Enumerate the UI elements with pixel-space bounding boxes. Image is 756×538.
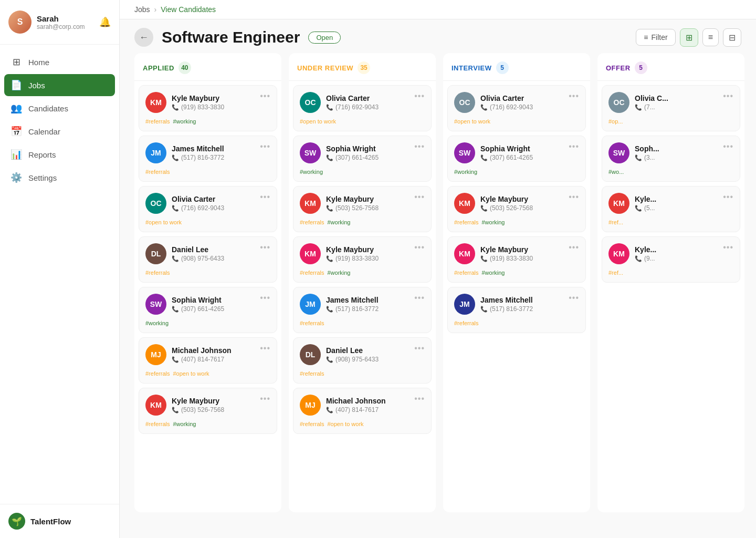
- sidebar-item-calendar[interactable]: 📅 Calendar: [4, 120, 115, 142]
- candidate-card[interactable]: KMKyle Maybury📞(919) 833-3830•••#referra…: [139, 85, 277, 131]
- avatar: KM: [300, 243, 321, 264]
- avatar: JM: [300, 294, 321, 315]
- candidate-card[interactable]: MJMichael Johnson📞(407) 814-7617•••#refe…: [139, 337, 277, 384]
- candidate-name: Sophia Wright: [172, 296, 224, 304]
- phone-icon: 📞: [480, 104, 488, 111]
- more-options-button[interactable]: •••: [260, 142, 270, 151]
- more-options-button[interactable]: •••: [723, 193, 733, 201]
- breadcrumb-jobs[interactable]: Jobs: [134, 5, 150, 14]
- candidate-card[interactable]: MJMichael Johnson📞(407) 814-7617•••#refe…: [293, 388, 432, 434]
- candidate-card[interactable]: OCOlivia Carter📞(716) 692-9043•••#open t…: [139, 186, 277, 232]
- column-review: UNDER REVIEW35OCOlivia Carter📞(716) 692-…: [289, 53, 436, 512]
- candidate-card[interactable]: JMJames Mitchell📞(517) 816-3772•••#refer…: [293, 287, 432, 333]
- phone-icon: 📞: [326, 205, 333, 212]
- candidate-name: Kyle Maybury: [480, 195, 533, 203]
- tag: #working: [454, 168, 477, 176]
- column-header-interview: INTERVIEW5: [443, 53, 590, 81]
- phone-icon: 📞: [172, 255, 179, 262]
- phone-icon: 📞: [326, 306, 333, 313]
- more-options-button[interactable]: •••: [723, 142, 733, 151]
- sidebar-item-settings[interactable]: ⚙️ Settings: [4, 167, 115, 189]
- more-options-button[interactable]: •••: [414, 344, 425, 353]
- tag: #referrals: [145, 168, 170, 176]
- candidate-card[interactable]: KMKyle Maybury📞(919) 833-3830•••#referra…: [293, 236, 432, 283]
- candidate-card[interactable]: SWSophia Wright📞(307) 661-4265•••#workin…: [447, 136, 586, 182]
- more-options-button[interactable]: •••: [723, 92, 733, 100]
- tag: #referrals: [300, 319, 324, 327]
- candidate-card[interactable]: KMKyle Maybury📞(503) 526-7568•••#referra…: [293, 186, 432, 232]
- candidate-card[interactable]: JMJames Mitchell📞(517) 816-3772•••#refer…: [447, 287, 586, 333]
- more-options-button[interactable]: •••: [569, 142, 579, 151]
- avatar: KM: [454, 193, 475, 214]
- more-options-button[interactable]: •••: [414, 294, 425, 302]
- more-options-button[interactable]: •••: [260, 92, 270, 100]
- more-options-button[interactable]: •••: [260, 193, 270, 201]
- avatar: OC: [608, 92, 629, 113]
- candidate-card[interactable]: OCOlivia Carter📞(716) 692-9043•••#open t…: [447, 85, 586, 131]
- candidate-card[interactable]: KMKyle Maybury📞(503) 526-7568•••#referra…: [139, 388, 277, 434]
- sidebar-item-candidates[interactable]: 👥 Candidates: [4, 97, 115, 119]
- more-options-button[interactable]: •••: [414, 395, 425, 403]
- user-info: Sarah sarah@corp.com: [37, 14, 94, 30]
- tag: #ref...: [608, 218, 623, 226]
- tag: #open to work: [145, 218, 182, 226]
- phone-icon: 📞: [172, 205, 179, 212]
- tag: #working: [173, 117, 196, 126]
- breadcrumb-separator: ›: [154, 5, 157, 14]
- sidebar-item-home[interactable]: ⊞ Home: [4, 51, 115, 73]
- candidate-card[interactable]: DLDaniel Lee📞(908) 975-6433•••#referrals: [139, 236, 277, 283]
- sidebar-item-label: Jobs: [28, 81, 45, 90]
- candidate-phone: (716) 692-9043: [335, 104, 379, 111]
- more-options-button[interactable]: •••: [260, 243, 270, 252]
- sidebar-item-reports[interactable]: 📊 Reports: [4, 143, 115, 165]
- grid-view-button[interactable]: ⊞: [680, 28, 698, 47]
- more-options-button[interactable]: •••: [569, 243, 579, 252]
- candidate-phone: (919) 833-3830: [335, 255, 379, 262]
- filter-button[interactable]: ≡ Filter: [636, 29, 675, 46]
- user-name: Sarah: [37, 14, 94, 23]
- column-header-offer: OFFER5: [597, 53, 744, 81]
- candidate-name: Kyle Maybury: [480, 245, 533, 254]
- candidate-phone: (3...: [644, 154, 655, 161]
- more-options-button[interactable]: •••: [414, 142, 425, 151]
- more-options-button[interactable]: •••: [260, 294, 270, 302]
- tag: #ref...: [608, 268, 623, 277]
- compact-view-button[interactable]: ⊟: [723, 28, 741, 47]
- avatar: MJ: [145, 344, 166, 365]
- more-options-button[interactable]: •••: [569, 193, 579, 201]
- candidate-card[interactable]: OCOlivia C...📞(7...•••#op...: [602, 85, 740, 131]
- phone-icon: 📞: [326, 154, 333, 161]
- candidate-phone: (517) 816-3772: [181, 154, 224, 161]
- more-options-button[interactable]: •••: [414, 92, 425, 100]
- more-options-button[interactable]: •••: [569, 92, 579, 100]
- candidate-card[interactable]: KMKyle...📞(5...•••#ref...: [602, 186, 740, 232]
- candidate-name: Daniel Lee: [326, 346, 379, 355]
- candidate-card[interactable]: KMKyle...📞(9...•••#ref...: [602, 236, 740, 283]
- candidate-card[interactable]: SWSophia Wright📞(307) 661-4265•••#workin…: [139, 287, 277, 333]
- more-options-button[interactable]: •••: [723, 243, 733, 252]
- more-options-button[interactable]: •••: [414, 243, 425, 252]
- candidate-card[interactable]: DLDaniel Lee📞(908) 975-6433•••#referrals: [293, 337, 432, 384]
- candidate-card[interactable]: KMKyle Maybury📞(503) 526-7568•••#referra…: [447, 186, 586, 232]
- more-options-button[interactable]: •••: [414, 193, 425, 201]
- candidate-name: Michael Johnson: [326, 397, 386, 405]
- notification-bell-icon[interactable]: 🔔: [99, 16, 111, 28]
- candidate-card[interactable]: SWSophia Wright📞(307) 661-4265•••#workin…: [293, 136, 432, 182]
- candidate-name: Olivia Carter: [326, 94, 379, 102]
- candidate-card[interactable]: JMJames Mitchell📞(517) 816-3772•••#refer…: [139, 136, 277, 182]
- page-header: ← Software Engineer Open ≡ Filter ⊞ ≡ ⊟: [120, 19, 756, 53]
- candidate-card[interactable]: SWSoph...📞(3...•••#wo...: [602, 136, 740, 182]
- candidate-card[interactable]: OCOlivia Carter📞(716) 692-9043•••#open t…: [293, 85, 432, 131]
- tag: #op...: [608, 117, 623, 126]
- list-view-button[interactable]: ≡: [702, 28, 719, 46]
- more-options-button[interactable]: •••: [260, 395, 270, 403]
- back-button[interactable]: ←: [134, 28, 153, 47]
- sidebar-item-jobs[interactable]: 📄 Jobs: [4, 74, 115, 96]
- more-options-button[interactable]: •••: [569, 294, 579, 302]
- candidate-phone: (908) 975-6433: [335, 356, 379, 363]
- candidate-tags: #op...: [608, 117, 733, 126]
- more-options-button[interactable]: •••: [260, 344, 270, 353]
- candidate-tags: #referrals#open to work: [145, 369, 270, 378]
- candidate-card[interactable]: KMKyle Maybury📞(919) 833-3830•••#referra…: [447, 236, 586, 283]
- sidebar-item-label: Reports: [28, 150, 56, 159]
